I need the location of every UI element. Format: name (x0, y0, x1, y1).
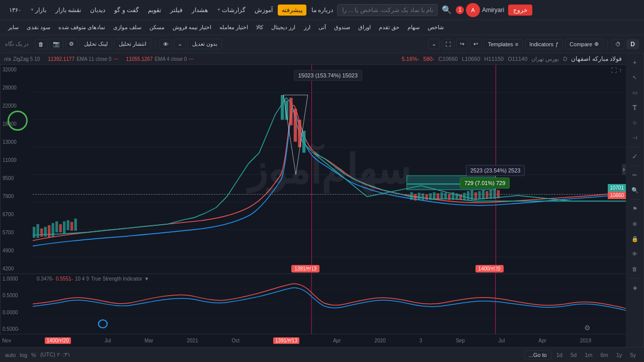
sec-nav-self[interactable]: سلف موازی (110, 23, 144, 32)
bottom-controls: 5y 1y 6m 1m 5d 1d Go to... ۲۰:۳۱ (UTC) %… (0, 347, 644, 362)
flag-tool[interactable]: ⚑ (628, 202, 642, 216)
text-tool[interactable]: T (628, 101, 642, 115)
eye-button[interactable]: 👁 (159, 39, 172, 49)
price-labels-area: 10701 10660 (608, 184, 626, 199)
date-label-right: 1400/۲/20 (475, 265, 504, 273)
tf-1y[interactable]: 1y (613, 351, 625, 359)
tl-oct: Oct (232, 338, 240, 343)
undo-button[interactable]: ↩ (470, 39, 481, 49)
indicators-button[interactable]: ƒ Indicators (525, 39, 563, 49)
percent-button[interactable]: % (31, 352, 36, 358)
tf-5d[interactable]: 5d (568, 351, 580, 359)
publish-analysis-button[interactable]: انتشار تحلیل (114, 39, 151, 49)
price-dropdown-button[interactable]: ⌄ (174, 39, 186, 49)
magnet-tool[interactable]: ⊕ (628, 217, 642, 231)
nav-item-reports[interactable]: گزارشات ▼ (213, 5, 250, 16)
layers-tool[interactable]: ◈ (628, 281, 642, 295)
chevron-down-icon: ▼ (217, 8, 221, 12)
price-label-10701: 10701 (608, 184, 626, 192)
tf-5y[interactable]: 5y (627, 351, 639, 359)
crosshair-tool[interactable]: + (628, 55, 642, 69)
price-6700: 6700 (3, 212, 14, 217)
lock-tool[interactable]: 🔒 (628, 232, 642, 246)
eye-tool[interactable]: 👁 (628, 247, 642, 261)
nav-item-alerts[interactable]: هشدار (188, 5, 212, 16)
tool-separator3 (630, 199, 640, 200)
sec-nav-ati[interactable]: آتی (315, 23, 329, 32)
svg-rect-10 (294, 109, 297, 142)
analysis-link-button[interactable]: لینک تحلیل (79, 39, 112, 49)
sec-nav-digital[interactable]: ارز دیجیتال (268, 23, 298, 32)
collapse-button[interactable]: ▼ (144, 276, 149, 282)
redo-button[interactable]: ↪ (456, 39, 468, 49)
compare-button[interactable]: ⊕ Compare (565, 39, 603, 49)
nav-item-education[interactable]: آموزش (251, 5, 277, 16)
nav-item-filter[interactable]: فیلتر (166, 5, 187, 16)
sec-nav-shahes[interactable]: شاخص (425, 23, 447, 32)
tf-6m[interactable]: 6m (597, 351, 611, 359)
sub-chart-settings-icon[interactable]: ⚙ (584, 324, 591, 332)
check-tool[interactable]: ✓ (628, 149, 642, 163)
symbol-bar: فولاد مبارکه اصفهان D بورس تهران O11140 … (0, 53, 626, 65)
expand-screen-button[interactable]: ⛶ (611, 67, 617, 74)
pencil-tool[interactable]: ✏ (628, 168, 642, 182)
nav-item-chat[interactable]: گفت و گو (110, 5, 143, 16)
timezone-label: ۲۰:۳۱ (UTC) (40, 351, 70, 358)
chart-svg (33, 65, 626, 274)
sec-nav-mawquf[interactable]: نمادهای متوقف شده (55, 23, 108, 32)
nav-item-calendar[interactable]: تقویم (144, 5, 165, 16)
sec-nav-haq[interactable]: حق تقدم (376, 23, 403, 32)
sec-nav-sayer[interactable]: سایر (5, 23, 22, 32)
sec-nav-sahm[interactable]: سهام (405, 23, 423, 32)
anchor-tool[interactable]: ⊹ (628, 116, 642, 130)
user-area[interactable]: Amiryari A 1 (456, 3, 504, 17)
settings-button[interactable]: ⚙ (65, 39, 77, 49)
sec-nav-maskan[interactable]: مسکن (146, 23, 168, 32)
price-type-button[interactable]: بدون تعدیل (188, 39, 222, 49)
sub-price-0: 0.0000 (3, 310, 18, 315)
snapshot-button[interactable]: 📷 (49, 39, 63, 49)
expand-right-button[interactable]: ‹ (622, 164, 626, 175)
select-tool[interactable]: ▭ (628, 85, 642, 100)
tf-1m[interactable]: 1m (582, 351, 595, 359)
auto-button[interactable]: auto (5, 352, 16, 358)
templates-button[interactable]: ≡ Templates (484, 39, 523, 49)
trash-tool[interactable]: 🗑 (628, 262, 642, 276)
timeframe-button[interactable]: D (626, 39, 639, 49)
nav-item-watchlist[interactable]: دیدبان (86, 5, 109, 16)
sec-nav-option[interactable]: اختیار معامله (216, 23, 251, 32)
cursor-tool[interactable]: ↖ (628, 70, 642, 84)
fullscreen-button[interactable]: ⛶ (442, 39, 454, 49)
symbol-open: O11140 (508, 56, 527, 62)
sec-nav-nime[interactable]: اختیار نیمه فروش (170, 23, 214, 32)
sec-nav-arz[interactable]: ارز (301, 23, 313, 32)
measure-tool[interactable]: ⊢ (628, 131, 642, 145)
ema4-indicator: — EMA 4 close 0 11055.1267 (126, 56, 194, 62)
log-button[interactable]: log (20, 352, 27, 358)
chevron-down-icon: ▼ (30, 8, 34, 12)
sec-nav-kala[interactable]: کالا (253, 23, 266, 32)
timeframe-settings-button[interactable]: ⏱ (612, 39, 624, 49)
search-input[interactable] (337, 4, 438, 16)
expand-up-button[interactable]: ↑ (619, 67, 622, 74)
search-icon-button[interactable]: 🔍 (442, 5, 452, 15)
zoom-tool[interactable]: 🔍 (628, 183, 642, 197)
nav-item-aboutus[interactable]: درباره ما (307, 5, 337, 16)
nav-item-market[interactable]: بازار ▼ (26, 5, 50, 16)
expand-button[interactable]: ⌄ (428, 39, 440, 49)
nav-item-advanced[interactable]: پیشرفته (278, 5, 306, 16)
goto-button[interactable]: Go to... (524, 350, 551, 359)
sec-nav-awraq[interactable]: اوراق (355, 23, 374, 32)
nav-item-code[interactable]: ۱۳۶۰ (5, 5, 25, 16)
sec-nav-sanduq[interactable]: صندوق (331, 23, 353, 32)
chart-canvas[interactable]: سهام‌آموز 15023 (153.74%) 15023 (33, 65, 626, 274)
tf-1d[interactable]: 1d (553, 351, 566, 359)
sub-chart-canvas: ▼ True Strength Indicator 9 4 10 -0.5551… (33, 274, 626, 334)
main-area: + ↖ ▭ T ⊹ ⊢ ✓ ✏ 🔍 ⚑ ⊕ 🔒 👁 🗑 ◈ فولاد مبار… (0, 53, 644, 347)
exit-button[interactable]: خروج (508, 5, 532, 16)
delete-button[interactable]: 🗑 (35, 39, 47, 49)
tl-jul2: Jul (105, 338, 111, 343)
sec-nav-naqdi[interactable]: سود نقدی (24, 23, 53, 32)
price-11000: 11000 (3, 157, 17, 163)
nav-item-market-map[interactable]: نقشه بازار (51, 5, 85, 16)
